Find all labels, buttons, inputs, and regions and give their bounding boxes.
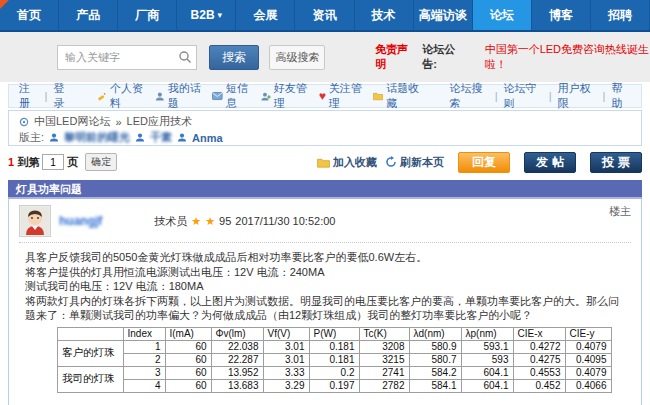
avatar[interactable] — [19, 205, 51, 237]
nav-label: 招聘 — [608, 7, 632, 24]
user-permissions-link[interactable]: 用户权限 — [557, 81, 596, 111]
new-post-button[interactable]: 发帖 — [524, 152, 576, 173]
cell: 584.1 — [409, 379, 461, 392]
advanced-search-button[interactable]: 高级搜索 — [269, 45, 325, 70]
login-link[interactable]: 登录 — [53, 81, 73, 111]
favorites-link[interactable]: 话题收藏 — [373, 81, 425, 111]
post-paragraph: 具客户反馈我司的5050金黄光灯珠做成成品后相对功率要比客户的要低0.6W左右。 — [25, 250, 629, 265]
profile-link[interactable]: 个人资料 — [97, 81, 149, 111]
breadcrumb-section-link[interactable]: LED应用技术 — [127, 114, 192, 129]
moderator-name[interactable]: Anma — [192, 132, 223, 144]
nav-item-b2b[interactable]: B2B▾ — [177, 0, 236, 30]
page-label: 页 — [67, 155, 78, 170]
cell: 580.7 — [409, 353, 461, 366]
forum-rules-link[interactable]: 论坛守则 — [504, 81, 543, 111]
notice-label: 论坛公告: — [422, 42, 464, 72]
moderator-name[interactable]: 干素 — [150, 130, 172, 145]
thread-actions: 加入收藏 刷新本页 回复 发帖 投票 — [317, 152, 642, 173]
nav-label: 高端访谈 — [419, 7, 467, 24]
search-button[interactable]: 搜索 — [209, 45, 259, 70]
table-row: 4 60 13.683 3.29 0.197 2782 584.1 604.1 … — [58, 379, 612, 392]
vote-button[interactable]: 投票 — [590, 152, 642, 173]
cell: 3.01 — [263, 340, 309, 353]
cell: 3208 — [359, 340, 409, 353]
refresh-link[interactable]: 刷新本页 — [385, 155, 444, 170]
nav-label: 产品 — [76, 7, 100, 24]
register-link[interactable]: 注册 — [19, 81, 39, 111]
cell: 2 — [123, 353, 165, 366]
column-header: CIE-y — [565, 327, 611, 340]
post-datetime: 2017/11/30 10:52:00 — [235, 215, 335, 227]
divider: | — [45, 90, 48, 102]
column-header: Index — [123, 327, 165, 340]
cell: 3.01 — [263, 353, 309, 366]
page-number-input[interactable] — [42, 154, 64, 170]
help-link[interactable]: 帮助 — [611, 81, 631, 111]
star-icon: ★ — [205, 215, 215, 228]
post-header: huangjf 技术员 ★★ 95 2017/11/30 10:52:00 楼主 — [19, 204, 631, 238]
nav-item-forum[interactable]: 论坛 — [473, 0, 532, 30]
column-header: Φv(lm) — [211, 327, 263, 340]
forum-search-link[interactable]: 论坛搜索 — [450, 81, 489, 111]
user-add-icon — [261, 91, 271, 102]
original-poster-badge: 楼主 — [609, 204, 631, 219]
cell: 4 — [123, 379, 165, 392]
cell: 0.4095 — [565, 353, 611, 366]
follow-link[interactable]: ♥ 关注管理 — [319, 81, 367, 111]
table-row: 2 60 22.287 3.01 0.181 3215 580.7 593 0.… — [58, 353, 612, 366]
moderator-icon — [135, 132, 145, 143]
post-author-username[interactable]: huangjf — [59, 214, 102, 228]
favorites-label: 话题收藏 — [386, 81, 425, 111]
friends-link[interactable]: 好友管理 — [261, 81, 313, 111]
cell: 2782 — [359, 379, 409, 392]
cell: 13.683 — [211, 379, 263, 392]
reply-button[interactable]: 回复 — [458, 152, 510, 173]
cell: 0.4079 — [565, 366, 611, 379]
nav-item-exhibition[interactable]: 会展 — [236, 0, 295, 30]
table-row: 我司的灯珠 3 60 13.952 3.33 0.2 2741 584.2 60… — [58, 366, 612, 379]
search-icon — [178, 50, 192, 64]
top-nav: 首页 产品 厂商 B2B▾ 会展 资讯 技术 高端访谈 论坛 博客 招聘 — [0, 0, 650, 32]
my-topics-link[interactable]: 我的话题 — [155, 81, 207, 111]
thread-title-bar: 灯具功率问题 — [8, 180, 642, 199]
pencil-icon — [97, 91, 107, 102]
nav-item-manufacturers[interactable]: 厂商 — [118, 0, 177, 30]
mail-icon — [212, 91, 223, 101]
nav-item-jobs[interactable]: 招聘 — [591, 0, 650, 30]
post-paragraph: 测试我司的电压：12V 电流：180MA — [25, 279, 629, 294]
nav-item-tech[interactable]: 技术 — [355, 0, 414, 30]
refresh-icon — [385, 156, 397, 168]
column-header: P(W) — [309, 327, 359, 340]
moderator-name[interactable]: 黎明前的曙光 — [64, 130, 130, 145]
cell: 580.9 — [409, 340, 461, 353]
nav-label: B2B — [191, 8, 215, 22]
messages-link[interactable]: 短信息 — [212, 81, 255, 111]
add-favorite-link[interactable]: 加入收藏 — [317, 155, 377, 170]
post-paragraph: 将两款灯具内的灯珠各拆下两颗，以上图片为测试数据。明显我司的电压要比客户的要高，… — [25, 294, 629, 323]
cell: 60 — [165, 379, 211, 392]
post-paragraph: 将客户提供的灯具用恒流电源测试出电压：12V 电流：240MA — [25, 265, 629, 280]
nav-item-blog[interactable]: 博客 — [532, 0, 591, 30]
nav-label: 技术 — [372, 7, 396, 24]
moderator-icon — [177, 132, 187, 143]
divider: | — [603, 90, 606, 102]
breadcrumb-forum-link[interactable]: 中国LED网论坛 — [34, 114, 110, 129]
nav-item-interviews[interactable]: 高端访谈 — [414, 0, 473, 30]
thread-title: 灯具功率问题 — [16, 183, 82, 195]
nav-label: 博客 — [549, 7, 573, 24]
notice-text[interactable]: 中国第一个LED免费咨询热线诞生啦！ — [485, 42, 650, 72]
corner-ribbon-icon — [0, 0, 9, 9]
group-label: 客户的灯珠 — [58, 340, 124, 366]
nav-item-news[interactable]: 资讯 — [295, 0, 354, 30]
column-header: CIE-x — [513, 327, 565, 340]
group-label: 我司的灯珠 — [58, 366, 124, 392]
confirm-page-button[interactable]: 确定 — [85, 153, 117, 171]
cell: 3.29 — [263, 379, 309, 392]
add-favorite-label: 加入收藏 — [333, 155, 377, 170]
disclaimer-link[interactable]: 免责声明 — [375, 42, 414, 72]
nav-item-products[interactable]: 产品 — [59, 0, 118, 30]
nav-label: 论坛 — [490, 7, 514, 24]
divider: | — [495, 90, 498, 102]
bullet-icon — [19, 117, 29, 127]
search-input[interactable] — [57, 45, 197, 70]
